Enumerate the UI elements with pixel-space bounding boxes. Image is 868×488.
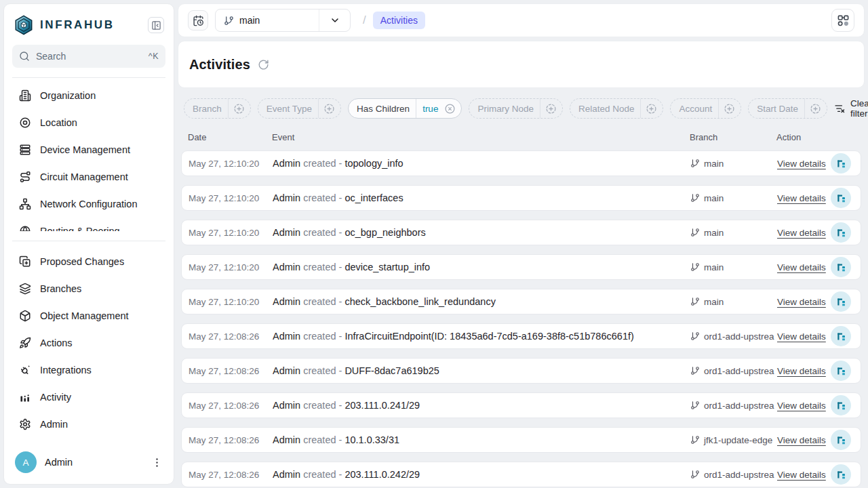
related-tree-button[interactable] [831,464,851,485]
activity-object-link[interactable]: DUFF-8dac7a619b25 [344,365,439,376]
sidebar-item-label: Actions [40,338,73,348]
sidebar-item-admin[interactable]: Admin [9,411,168,438]
plus-circle-icon[interactable] [805,103,827,115]
activity-branch: ord1-add-upstrea [690,366,777,376]
search-input[interactable]: Search ^K [12,45,165,68]
sidebar-item-circuit-management[interactable]: Circuit Management [9,163,168,190]
chevron-down-icon [330,15,340,26]
view-details-link[interactable]: View details [777,331,826,342]
related-tree-button[interactable] [831,361,851,381]
plus-circle-icon[interactable] [641,103,663,115]
related-tree-button[interactable] [831,222,851,243]
related-tree-button[interactable] [831,395,851,415]
sidebar-item-routing-peering[interactable]: Routing & Peering [9,218,168,231]
sidebar: INFRAHUB Search ^K Organization [3,3,174,485]
view-details-link[interactable]: View details [777,401,826,411]
filter-chip-related-node[interactable]: Related Node [570,98,664,119]
sidebar-item-device-management[interactable]: Device Management [9,136,168,163]
plus-circle-icon[interactable] [719,103,741,115]
time-travel-button[interactable] [188,10,208,30]
related-tree-button[interactable] [831,153,851,174]
view-details-link[interactable]: View details [777,262,826,272]
filter-chip-event-type[interactable]: Event Type [258,98,341,119]
view-details-link[interactable]: View details [777,297,826,307]
branch-selector[interactable]: main [215,9,351,32]
activity-row: May 27, 12:08:26 Admin created - 10.1.0.… [181,427,861,453]
activity-branch: main [690,228,777,238]
view-details-link[interactable]: View details [777,366,826,376]
sidebar-collapse-button[interactable] [148,17,164,33]
activity-row: May 27, 12:10:20 Admin created - oc_inte… [181,185,861,211]
task-manager-button[interactable] [831,9,854,32]
activity-object-link[interactable]: device_startup_info [344,262,430,272]
activity-date: May 27, 12:08:26 [189,331,273,342]
breadcrumb-activities[interactable]: Activities [373,12,425,29]
activity-object-link[interactable]: 203.111.0.242/29 [344,469,420,480]
filter-chip-branch[interactable]: Branch [184,98,251,119]
rocket-icon [19,337,31,349]
activity-object-link[interactable]: topology_info [344,158,403,169]
activity-date: May 27, 12:10:20 [189,297,273,307]
filter-chip-start-date[interactable]: Start Date [748,98,827,119]
git-branch-icon [690,331,700,341]
activity-date: May 27, 12:10:20 [189,262,273,272]
x-circle-icon[interactable] [439,103,461,115]
tree-hierarchy-icon [836,262,846,272]
activity-object-link[interactable]: InfraCircuitEndpoint(ID: 18435a6d-7cd5-a… [344,331,633,342]
clear-filters-button[interactable]: Clear filters [834,98,868,119]
sidebar-item-organization[interactable]: Organization [9,82,168,109]
activities-content: Branch Event Type Has Children true Prim… [178,92,865,485]
sidebar-item-proposed-changes[interactable]: Proposed Changes [9,248,168,275]
brand-name: INFRAHUB [40,18,115,32]
git-branch-icon [690,262,700,272]
activity-row: May 27, 12:08:26 Admin created - InfraCi… [181,323,861,349]
branch-name: ord1-add-upstrea [704,331,774,342]
filter-chip-account[interactable]: Account [670,98,741,119]
related-tree-button[interactable] [831,430,851,450]
activity-object-link[interactable]: 10.1.0.33/31 [344,434,399,445]
view-details-link[interactable]: View details [777,193,826,203]
related-tree-button[interactable] [831,188,851,208]
user-options-button[interactable] [151,457,163,468]
git-branch-icon [690,366,700,375]
plus-circle-icon[interactable] [319,103,340,115]
activity-actor: Admin [273,434,300,445]
plus-circle-icon[interactable] [229,103,250,115]
activity-actions: View details [777,257,854,277]
main-area: main / Activities Activities Bra [178,3,865,485]
activity-date: May 27, 12:08:26 [189,435,273,445]
sidebar-item-activity[interactable]: Activity [9,384,168,411]
activity-row: May 27, 12:10:20 Admin created - topolog… [181,150,861,176]
view-details-link[interactable]: View details [777,159,826,169]
activity-object-link[interactable]: oc_interfaces [344,192,403,203]
sidebar-menu-primary: Organization Location Device Management … [4,78,174,231]
activity-actions: View details [777,430,854,450]
activity-event: Admin created - topology_info [273,158,690,169]
related-tree-button[interactable] [831,291,851,312]
sidebar-item-integrations[interactable]: Integrations [9,357,168,384]
activity-verb: created - [303,296,344,307]
activity-verb: created - [303,400,344,411]
column-header-branch: Branch [690,132,776,142]
sidebar-item-object-management[interactable]: Object Management [9,302,168,329]
activity-verb: created - [303,158,344,169]
related-tree-button[interactable] [831,257,851,277]
view-details-link[interactable]: View details [777,228,826,238]
plus-circle-icon[interactable] [540,103,562,115]
git-branch-icon [690,470,700,479]
view-details-link[interactable]: View details [777,470,826,480]
activity-object-link[interactable]: check_backbone_link_redundancy [344,296,496,307]
sidebar-item-branches[interactable]: Branches [9,275,168,302]
filter-chip-has-children[interactable]: Has Children true [348,98,462,119]
activity-object-link[interactable]: 203.111.0.241/29 [344,400,420,411]
sidebar-item-network-configuration[interactable]: Network Configuration [9,190,168,218]
refresh-button[interactable] [258,59,269,70]
filter-chip-primary-node[interactable]: Primary Node [469,98,563,119]
activity-object-link[interactable]: oc_bgp_neighbors [344,227,425,238]
related-tree-button[interactable] [831,326,851,346]
sidebar-item-location[interactable]: Location [9,109,168,136]
sidebar-item-actions[interactable]: Actions [9,329,168,357]
view-details-link[interactable]: View details [777,435,826,445]
activity-branch: ord1-add-upstrea [690,470,777,480]
activity-actions: View details [777,153,854,174]
